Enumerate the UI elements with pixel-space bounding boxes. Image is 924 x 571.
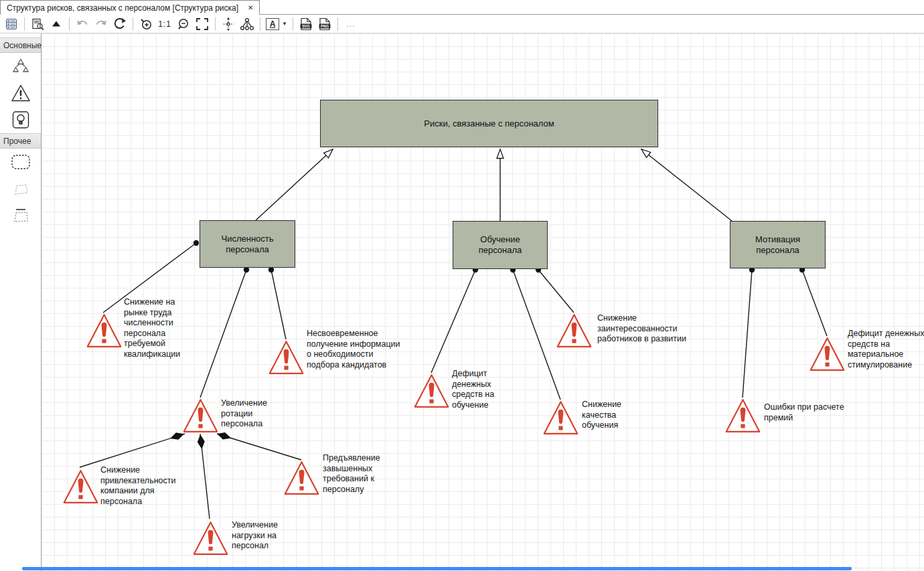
collapse-button[interactable] [48, 16, 65, 32]
auto-position-button[interactable] [220, 16, 237, 32]
document-search-icon [31, 17, 44, 31]
group-node-label: Численность персонала [206, 234, 289, 255]
shape-palette: Основные Прочее [0, 33, 42, 571]
refresh-button[interactable] [111, 16, 129, 32]
toolbar: 1:1 A ▼ [0, 15, 924, 33]
export-svg-button[interactable]: SVG [297, 16, 315, 32]
font-style-button[interactable]: A ▼ [264, 18, 289, 30]
dashed-note-icon [11, 207, 31, 224]
risk-node[interactable] [86, 311, 123, 350]
triangle-up-icon [50, 17, 63, 31]
tab-strip: Структура рисков, связанных с персоналом… [0, 0, 924, 15]
palette-item-note[interactable] [0, 202, 41, 229]
risk-node[interactable] [283, 459, 320, 497]
fit-to-screen-button[interactable] [194, 16, 211, 32]
group-node[interactable]: Обучение персонала [453, 221, 548, 269]
idea-bulb-icon [11, 110, 31, 130]
palette-section-header[interactable]: Прочее [0, 133, 41, 149]
risk-node[interactable] [724, 396, 761, 435]
warning-triangle-icon [11, 84, 31, 102]
connector-group1-root[interactable] [256, 149, 333, 220]
more-actions-button[interactable]: ... [342, 19, 360, 29]
risk-node[interactable] [62, 467, 99, 506]
toolbar-separator [215, 17, 216, 31]
close-icon[interactable]: ✕ [248, 5, 253, 11]
risk-label: Дефицит денежных средств на материальное… [848, 329, 924, 370]
risk-label: Предъявление завышенных требований к пер… [323, 453, 398, 495]
connector-risk[interactable] [431, 270, 475, 373]
png-file-icon: PNG [317, 17, 332, 31]
horizontal-scrollbar[interactable] [22, 567, 852, 570]
redo-icon [94, 17, 108, 31]
connector-risk[interactable] [271, 270, 286, 339]
zoom-actual-button[interactable]: 1:1 [156, 16, 173, 32]
risk-node[interactable] [192, 519, 229, 558]
connector-group3-root[interactable] [641, 149, 732, 221]
chevron-down-icon[interactable]: ▼ [282, 21, 287, 27]
zoom-in-button[interactable] [137, 16, 155, 32]
risk-label: Увеличение ротации персонала [221, 398, 283, 430]
group-node[interactable]: Численность персонала [200, 220, 295, 268]
risk-node[interactable] [542, 398, 579, 437]
auto-layout-button[interactable] [238, 16, 256, 32]
connection-dot [268, 267, 274, 272]
risk-node[interactable] [182, 396, 219, 435]
dashed-polygon-icon [11, 181, 31, 197]
group-node-label: Обучение персонала [459, 234, 542, 256]
diagram-canvas[interactable]: Риски, связанные с персоналом Численност… [42, 33, 924, 571]
group-node-label: Мотивация персонала [736, 234, 820, 256]
toolbar-separator [260, 17, 260, 31]
svg-text:SVG: SVG [302, 24, 310, 28]
zoom-ratio-label: 1:1 [158, 19, 171, 29]
layout-tree-icon [240, 17, 254, 31]
risk-label: Увеличение нагрузки на персонал [232, 520, 295, 552]
root-node[interactable]: Риски, связанные с персоналом [320, 100, 658, 147]
connector-risk[interactable] [538, 270, 574, 313]
palette-item-frame[interactable] [0, 149, 41, 175]
document-tab[interactable]: Структура рисков, связанных с персоналом… [0, 0, 260, 15]
risk-label: Снижение привлекательности компании для … [100, 465, 189, 507]
dashed-rounded-rect-icon [10, 153, 31, 171]
redo-button[interactable] [92, 16, 110, 32]
toolbar-separator [69, 17, 70, 31]
pan-crosshair-icon [221, 17, 236, 31]
root-node-label: Риски, связанные с персоналом [424, 118, 554, 129]
zoom-in-icon [139, 17, 153, 31]
palette-item-region[interactable] [0, 175, 41, 202]
connector-risk[interactable] [802, 270, 827, 336]
risk-label: Ошибки при расчете премий [764, 402, 844, 423]
risk-node[interactable] [268, 338, 305, 377]
undo-icon [75, 17, 90, 31]
hierarchy-triangles-icon [11, 58, 31, 75]
zoom-out-button[interactable] [175, 16, 192, 32]
connector-risk[interactable] [200, 270, 246, 398]
refresh-icon [112, 17, 127, 31]
risk-node[interactable] [413, 372, 450, 410]
palette-section-header[interactable]: Основные [0, 37, 41, 53]
risk-label: Снижение заинтересованности работников в… [597, 313, 706, 345]
palette-item-hierarchy[interactable] [0, 53, 41, 80]
font-icon: A [266, 18, 279, 30]
tab-title: Структура рисков, связанных с персоналом… [7, 3, 238, 13]
connection-dot [194, 240, 199, 246]
undo-button[interactable] [74, 16, 91, 32]
toolbar-separator [24, 17, 25, 31]
fit-screen-icon [195, 17, 210, 31]
connector-risk[interactable] [743, 270, 752, 398]
composition-diamond [197, 434, 206, 449]
risk-node[interactable] [809, 335, 846, 374]
connector-risk[interactable] [513, 270, 560, 400]
properties-button[interactable] [3, 16, 20, 32]
palette-item-idea[interactable] [0, 106, 41, 133]
palette-item-risk[interactable] [0, 80, 41, 106]
risk-node[interactable] [556, 311, 593, 350]
find-element-button[interactable] [29, 16, 46, 32]
svg-file-icon: SVG [299, 17, 313, 31]
risk-label: Снижение качества обучения [582, 400, 637, 431]
zoom-out-icon [176, 17, 191, 31]
risk-label: Снижение на рынке труда численности перс… [124, 297, 191, 359]
connection-dot [244, 267, 249, 272]
export-png-button[interactable]: PNG [316, 16, 333, 32]
group-node[interactable]: Мотивация персонала [730, 221, 826, 268]
connector-subrisk[interactable] [80, 434, 185, 467]
